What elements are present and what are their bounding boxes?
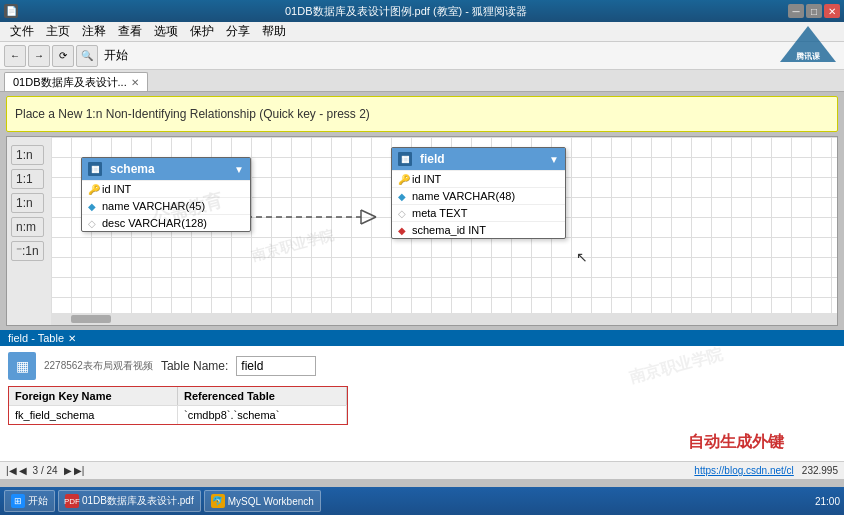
field-row-1: ◆ name VARCHAR(48) (392, 187, 565, 204)
menu-protect[interactable]: 保护 (184, 22, 220, 41)
toolbar-btn-3[interactable]: ⟳ (52, 45, 74, 67)
cursor-indicator: ↖ (576, 249, 588, 265)
svg-line-4 (361, 217, 376, 224)
fk-name-cell-0: fk_field_schema (9, 406, 178, 424)
app-icon: 📄 (4, 4, 18, 18)
title-bar: 📄 01DB数据库及表设计图例.pdf (教室) - 狐狸阅读器 ─ □ ✕ (0, 0, 844, 22)
mysql-icon: 🐬 (211, 494, 225, 508)
menu-help[interactable]: 帮助 (256, 22, 292, 41)
schema-row-2: ◇ desc VARCHAR(128) (82, 214, 250, 231)
main-tab[interactable]: 01DB数据库及表设计... ✕ (4, 72, 148, 91)
schema-row-1: ◆ name VARCHAR(45) (82, 197, 250, 214)
table-editor-tab-bar: field - Table ✕ (0, 330, 844, 346)
horizontal-scrollbar[interactable] (51, 313, 837, 325)
toolbar: ← → ⟳ 🔍 开始 (0, 42, 844, 70)
cardinality-labels[interactable]: 1:n 1:1 1:n n:m ⁻:1n (11, 137, 44, 261)
pdf-icon: PDF (65, 494, 79, 508)
table-editor-tab[interactable]: field - Table ✕ (0, 330, 84, 346)
toolbar-start-label: 开始 (104, 47, 128, 64)
schema-row-0: 🔑 id INT (82, 180, 250, 197)
close-button[interactable]: ✕ (824, 4, 840, 18)
menu-share[interactable]: 分享 (220, 22, 256, 41)
taskbar-mysql-btn[interactable]: 🐬 MySQL Workbench (204, 490, 321, 512)
svg-line-3 (361, 210, 376, 217)
taskbar-start-btn[interactable]: ⊞ 开始 (4, 490, 55, 512)
fk-table-header: Foreign Key Name Referenced Table (9, 387, 347, 405)
scroll-thumb[interactable] (71, 315, 111, 323)
diamond-icon-2: ◇ (88, 218, 98, 228)
taskbar: ⊞ 开始 PDF 01DB数据库及表设计.pdf 🐬 MySQL Workben… (0, 487, 844, 515)
nav-next-btn[interactable]: ▶ (64, 465, 72, 476)
svg-text:腾讯课: 腾讯课 (796, 52, 821, 61)
erd-canvas-area: 1:n 1:1 1:n n:m ⁻:1n ▦ schema ▼ 🔑 (6, 136, 838, 326)
schema-table[interactable]: ▦ schema ▼ 🔑 id INT ◆ name VARCHAR(45) ◇… (81, 157, 251, 232)
field-row-2: ◇ meta TEXT (392, 204, 565, 221)
fk-table-row-0[interactable]: fk_field_schema `cmdbp8`.`schema` (9, 405, 347, 424)
field-table-header[interactable]: ▦ field ▼ (392, 148, 565, 170)
table-editor-content: ▦ 2278562表布局观看视频 Table Name: Foreign Key… (0, 346, 844, 461)
table-id-text: 2278562表布局观看视频 (44, 359, 153, 373)
table-editor-close-icon[interactable]: ✕ (68, 333, 76, 344)
window-controls[interactable]: ─ □ ✕ (788, 4, 840, 18)
table-editor-tab-label: field - Table (8, 332, 64, 344)
diamond-icon-f3: ◆ (398, 225, 408, 235)
toolbar-btn-1[interactable]: ← (4, 45, 26, 67)
menu-view[interactable]: 查看 (112, 22, 148, 41)
schema-table-icon: ▦ (88, 162, 102, 176)
schema-field-0: id INT (102, 183, 131, 195)
status-nav[interactable]: |◀ ◀ 3 / 24 ▶ ▶| (6, 465, 84, 476)
field-table[interactable]: ▦ field ▼ 🔑 id INT ◆ name VARCHAR(48) ◇ … (391, 147, 566, 239)
diamond-icon-f1: ◆ (398, 191, 408, 201)
menu-annotation[interactable]: 注释 (76, 22, 112, 41)
diamond-icon-1: ◆ (88, 201, 98, 211)
menu-file[interactable]: 文件 (4, 22, 40, 41)
title-bar-icons: 📄 (4, 4, 18, 18)
fk-col-name-header: Foreign Key Name (9, 387, 178, 405)
card-1n-1[interactable]: 1:n (11, 145, 44, 165)
table-editor-icon: ▦ (8, 352, 36, 380)
menu-options[interactable]: 选项 (148, 22, 184, 41)
field-field-2: meta TEXT (412, 207, 467, 219)
start-icon: ⊞ (11, 494, 25, 508)
table-name-input[interactable] (236, 356, 316, 376)
key-icon-f0: 🔑 (398, 174, 408, 184)
nav-prev-btn[interactable]: ◀ (19, 465, 27, 476)
status-coords: 232.995 (802, 465, 838, 476)
key-icon-0: 🔑 (88, 184, 98, 194)
nav-first-btn[interactable]: |◀ (6, 465, 17, 476)
table-name-row: ▦ 2278562表布局观看视频 Table Name: (8, 352, 836, 380)
card-1n-2[interactable]: 1:n (11, 193, 44, 213)
tencent-logo: 腾讯课 (778, 24, 838, 64)
toolbar-btn-2[interactable]: → (28, 45, 50, 67)
window-title: 01DB数据库及表设计图例.pdf (教室) - 狐狸阅读器 (24, 4, 788, 19)
minimize-button[interactable]: ─ (788, 4, 804, 18)
erd-diagram: ▦ schema ▼ 🔑 id INT ◆ name VARCHAR(45) ◇… (51, 137, 837, 313)
schema-table-name: schema (110, 162, 230, 176)
menu-bar: 文件 主页 注释 查看 选项 保护 分享 帮助 (0, 22, 844, 42)
tab-close-icon[interactable]: ✕ (131, 77, 139, 88)
toolbar-btn-4[interactable]: 🔍 (76, 45, 98, 67)
card-1n-3[interactable]: ⁻:1n (11, 241, 44, 261)
schema-field-2: desc VARCHAR(128) (102, 217, 207, 229)
schema-table-header[interactable]: ▦ schema ▼ (82, 158, 250, 180)
nav-last-btn[interactable]: ▶| (74, 465, 85, 476)
fk-ref-cell-0: `cmdbp8`.`schema` (178, 406, 347, 424)
menu-home[interactable]: 主页 (40, 22, 76, 41)
status-bar: |◀ ◀ 3 / 24 ▶ ▶| https://blog.csdn.net/c… (0, 461, 844, 479)
schema-dropdown-icon[interactable]: ▼ (234, 164, 244, 175)
field-field-3: schema_id INT (412, 224, 486, 236)
status-url[interactable]: https://blog.csdn.net/cl (92, 465, 794, 476)
maximize-button[interactable]: □ (806, 4, 822, 18)
diamond-icon-f2: ◇ (398, 208, 408, 218)
card-nm[interactable]: n:m (11, 217, 44, 237)
hint-text: Place a New 1:n Non-Identifying Relation… (15, 107, 370, 121)
tab-bar: 01DB数据库及表设计... ✕ (0, 70, 844, 92)
taskbar-pdf-btn[interactable]: PDF 01DB数据库及表设计.pdf (58, 490, 201, 512)
hint-bar: Place a New 1:n Non-Identifying Relation… (6, 96, 838, 132)
tab-label: 01DB数据库及表设计... (13, 75, 127, 90)
field-field-1: name VARCHAR(48) (412, 190, 515, 202)
card-11[interactable]: 1:1 (11, 169, 44, 189)
field-dropdown-icon[interactable]: ▼ (549, 154, 559, 165)
table-editor-panel: field - Table ✕ ▦ 2278562表布局观看视频 Table N… (0, 330, 844, 461)
taskbar-time: 21:00 (815, 496, 840, 507)
